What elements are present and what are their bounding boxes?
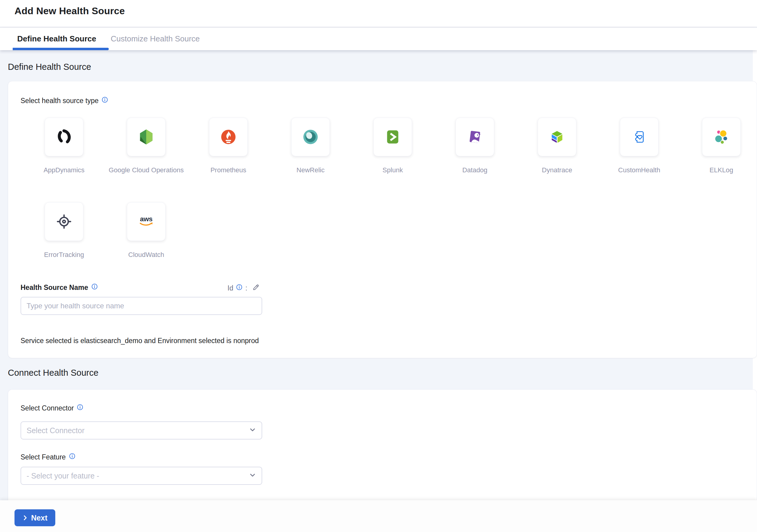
tile-label: Splunk <box>382 166 403 174</box>
aws-logo-icon: aws <box>136 212 156 232</box>
splunk-logo-icon <box>383 127 403 147</box>
health-source-tile-splunk[interactable]: Splunk <box>373 118 412 156</box>
connect-section-heading: Connect Health Source <box>8 368 99 378</box>
select-connector-label: Select Connector <box>20 404 74 412</box>
main-content: Define Health Source Select health sourc… <box>0 50 757 500</box>
tile-label: NewRelic <box>297 166 325 174</box>
tab-customize-health-source[interactable]: Customize Health Source <box>111 34 200 44</box>
health-source-name-label: Health Source Name <box>20 284 88 292</box>
id-label: Id <box>227 284 233 292</box>
edit-pencil-icon[interactable] <box>252 283 260 293</box>
customhealth-ticket-heart-icon <box>629 127 649 147</box>
health-source-tile-customhealth[interactable]: CustomHealth <box>620 118 658 156</box>
tab-define-health-source[interactable]: Define Health Source <box>17 34 96 44</box>
newrelic-logo-icon <box>301 127 320 147</box>
errortracking-target-icon <box>54 212 74 232</box>
define-health-source-card: Select health source type AppDynamics Go… <box>8 81 757 358</box>
next-button-label: Next <box>31 514 47 522</box>
page-header: Add New Health Source <box>0 0 757 27</box>
google-cloud-operations-logo-icon <box>136 127 156 147</box>
chevron-right-icon <box>22 515 28 521</box>
prometheus-logo-icon <box>218 127 238 147</box>
info-icon[interactable] <box>77 404 83 412</box>
datadog-logo-icon <box>465 127 485 147</box>
connector-select-placeholder: Select Connector <box>27 426 248 435</box>
tile-label: ErrorTracking <box>44 251 84 259</box>
tile-label: ELKLog <box>710 166 733 174</box>
health-source-tile-cloudwatch[interactable]: aws CloudWatch <box>127 202 166 241</box>
health-source-tile-datadog[interactable]: Datadog <box>456 118 494 156</box>
health-source-name-input[interactable] <box>20 297 262 315</box>
tile-label: Datadog <box>462 166 487 174</box>
health-source-tile-appdynamics[interactable]: AppDynamics <box>45 118 83 156</box>
service-environment-note: Service selected is elasticsearch_demo a… <box>20 337 259 345</box>
select-type-label: Select health source type <box>20 97 99 105</box>
tile-label: CustomHealth <box>618 166 660 174</box>
elastic-logo-icon <box>712 127 731 147</box>
health-source-name-label-row: Health Source Name <box>20 283 98 292</box>
health-source-tile-elklog[interactable]: ELKLog <box>702 118 741 156</box>
next-button[interactable]: Next <box>15 509 55 526</box>
id-label-row: Id : <box>227 283 260 293</box>
tab-bar: Define Health Source Customize Health So… <box>0 27 757 50</box>
define-section-heading: Define Health Source <box>8 62 91 72</box>
feature-select[interactable]: - Select your feature - <box>20 467 262 485</box>
health-source-tile-newrelic[interactable]: NewRelic <box>291 118 330 156</box>
appdynamics-logo-icon <box>54 127 74 147</box>
add-health-source-page: Add New Health Source Define Health Sour… <box>0 0 757 532</box>
footer-bar: Next <box>0 500 757 532</box>
tile-label: Prometheus <box>211 166 247 174</box>
tile-label: Google Cloud Operations <box>109 166 184 174</box>
connector-select[interactable]: Select Connector <box>20 422 262 440</box>
health-source-tile-prometheus[interactable]: Prometheus <box>209 118 248 156</box>
tile-label: Dynatrace <box>542 166 572 174</box>
info-icon[interactable] <box>102 96 108 105</box>
select-connector-label-row: Select Connector <box>20 404 83 412</box>
page-title: Add New Health Source <box>15 5 125 16</box>
tile-label: CloudWatch <box>128 251 164 259</box>
id-colon: : <box>245 284 247 292</box>
health-source-tile-dynatrace[interactable]: Dynatrace <box>538 118 576 156</box>
info-icon[interactable] <box>236 284 243 292</box>
select-feature-label-row: Select Feature <box>20 453 76 461</box>
chevron-down-icon <box>248 425 257 435</box>
health-source-type-grid: AppDynamics Google Cloud Operations Prom… <box>45 118 742 241</box>
dynatrace-logo-icon <box>547 127 567 147</box>
health-source-tile-google-cloud-operations[interactable]: Google Cloud Operations <box>127 118 166 156</box>
active-tab-underline <box>13 48 109 50</box>
info-icon[interactable] <box>69 453 76 461</box>
select-feature-label: Select Feature <box>20 453 66 461</box>
info-icon[interactable] <box>91 283 98 292</box>
svg-text:aws: aws <box>140 215 152 223</box>
health-source-tile-errortracking[interactable]: ErrorTracking <box>45 202 83 241</box>
tile-label: AppDynamics <box>44 166 85 174</box>
chevron-down-icon <box>248 471 257 481</box>
select-type-label-row: Select health source type <box>20 96 108 105</box>
feature-select-placeholder: - Select your feature - <box>27 472 248 480</box>
connect-health-source-card: Select Connector Select Connector Select… <box>8 389 757 500</box>
